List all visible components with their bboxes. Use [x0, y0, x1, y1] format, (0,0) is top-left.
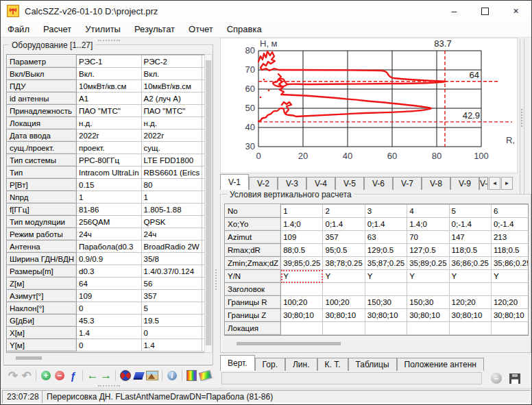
grid-cell[interactable]: 150;30 — [407, 296, 449, 309]
grid-cell[interactable] — [491, 322, 529, 335]
grid-cell[interactable]: 80 — [141, 179, 202, 191]
grid-cell[interactable]: 24ч — [141, 228, 202, 241]
grid-cell[interactable]: 357 — [141, 290, 202, 302]
grid-cell[interactable]: ПАО "МТС" — [141, 105, 202, 117]
grid-cell[interactable]: 0;-1.4 — [449, 218, 491, 231]
compass-button[interactable] — [119, 369, 132, 383]
v-tab-v-4[interactable]: V-4 — [306, 177, 335, 190]
grid-cell[interactable] — [281, 283, 323, 296]
grid-cell[interactable]: 357 — [323, 231, 365, 244]
v-tab-v-6[interactable]: V-6 — [364, 177, 393, 190]
calc-hscroll-thumb[interactable] — [237, 342, 341, 345]
grid-cell[interactable]: Y — [365, 270, 407, 283]
grid-cell[interactable] — [407, 283, 449, 296]
bottom-tab-4[interactable]: Таблицы — [348, 358, 397, 371]
bottom-tab-3[interactable]: К. Т. — [317, 358, 348, 371]
grid-cell[interactable]: BroadRadio 2W — [141, 241, 202, 253]
grid-cell[interactable]: Y — [323, 270, 365, 283]
grid-cell[interactable]: LTE FDD1800 — [141, 154, 202, 167]
grid-cell[interactable]: 35/8 — [141, 253, 202, 265]
equipment-hscroll-thumb[interactable] — [16, 356, 42, 360]
grid-cell[interactable]: 1.805-1.88 — [141, 204, 202, 216]
grid-cell[interactable]: 256QAM — [76, 216, 141, 228]
v-tab-v-7[interactable]: V-7 — [393, 177, 422, 190]
dock-grip[interactable] — [98, 40, 120, 43]
grid-cell[interactable]: 1 — [141, 191, 202, 204]
grid-cell[interactable]: Intracom UltraLin — [76, 167, 141, 179]
bottom-tab-0[interactable]: Верт. — [220, 355, 255, 371]
grid-cell[interactable] — [281, 322, 323, 335]
grid-cell[interactable]: d0.3 — [76, 265, 141, 278]
info-button[interactable]: i — [165, 369, 179, 383]
menu-item-2[interactable]: Утилиты — [78, 23, 128, 36]
grid-cell[interactable]: 118;0.5 — [491, 244, 529, 257]
grid-cell[interactable]: 95;0.5 — [323, 244, 365, 257]
grid-cell[interactable]: 0;-1.4 — [491, 218, 529, 231]
arrow-right-button[interactable]: → — [99, 369, 113, 383]
grid-cell[interactable]: 1 — [76, 191, 141, 204]
grid-cell[interactable]: 213 — [491, 231, 529, 244]
grid-cell[interactable] — [365, 322, 407, 335]
bottom-tab-5[interactable]: Положение антенн — [397, 358, 484, 371]
grid-cell[interactable]: 39;85;0.25 — [281, 257, 323, 270]
grid-cell[interactable]: 0 — [141, 327, 202, 339]
grid-cell[interactable]: 35;87;0.25 — [365, 257, 407, 270]
grid-cell[interactable]: Вкл. — [141, 68, 202, 80]
grid-cell[interactable]: 118;0.5 — [449, 244, 491, 257]
grid-cell[interactable]: 109 — [76, 290, 141, 302]
grid-cell[interactable]: 100;20 — [323, 296, 365, 309]
palette-button[interactable] — [185, 369, 199, 383]
terrain-button[interactable] — [146, 369, 160, 383]
menu-item-1[interactable]: Расчет — [36, 23, 78, 36]
tab-scroll-left-icon[interactable]: ◄ — [489, 177, 500, 190]
grid-cell[interactable]: 1.4;0 — [281, 218, 323, 231]
grid-cell[interactable]: 70 — [407, 231, 449, 244]
grid-cell[interactable]: 30;80;10 — [491, 309, 529, 322]
grid-cell[interactable]: QPSK — [141, 216, 202, 228]
grid-cell[interactable] — [491, 283, 529, 296]
menu-item-3[interactable]: Результат — [128, 23, 182, 36]
bottom-tab-2[interactable]: Лин. — [285, 358, 317, 371]
equipment-vscrollbar[interactable] — [204, 54, 213, 353]
grid-cell[interactable]: 127;0.5 — [407, 244, 449, 257]
grid-cell[interactable]: 120;20 — [491, 296, 529, 309]
menu-item-0[interactable]: Файл — [1, 23, 36, 36]
v-tab-v-9[interactable]: V-9 — [450, 177, 479, 190]
function-button[interactable]: ƒ — [66, 369, 80, 383]
grid-header-cell[interactable]: 1 — [281, 205, 323, 218]
grid-cell[interactable]: Вкл. — [76, 68, 141, 80]
save-button[interactable] — [507, 371, 522, 385]
grid-cell[interactable]: Y — [281, 270, 323, 283]
v-tab-v-8[interactable]: V-8 — [422, 177, 450, 190]
eraser-button[interactable] — [198, 369, 212, 383]
grid-cell[interactable] — [323, 283, 365, 296]
equipment-vscroll-thumb[interactable] — [206, 60, 211, 345]
grid-cell[interactable]: 0.9/0.9 — [76, 253, 141, 265]
tab-scroll-right-icon[interactable]: ► — [501, 177, 513, 190]
grid-cell[interactable]: 129;0.5 — [365, 244, 407, 257]
maximize-button[interactable] — [470, 1, 500, 21]
grid-cell[interactable]: сущ. — [141, 142, 202, 154]
grid-cell[interactable]: 1.4 — [141, 339, 202, 352]
grid-cell[interactable]: Y — [491, 270, 529, 283]
grid-cell[interactable]: 100;20 — [281, 296, 323, 309]
grid-cell[interactable]: 120;20 — [449, 296, 491, 309]
stop-button[interactable]: – — [489, 371, 504, 385]
grid-header-cell[interactable]: РЭС-2 — [141, 56, 202, 68]
grid-cell[interactable]: 24ч — [76, 228, 141, 241]
grid-cell[interactable]: 64 — [76, 278, 141, 290]
grid-cell[interactable]: проект. — [76, 142, 141, 154]
grid-cell[interactable]: 88;0.5 — [281, 244, 323, 257]
grid-cell[interactable]: А2 (луч А) — [141, 93, 202, 105]
v-tab-v-3[interactable]: V-3 — [278, 177, 306, 190]
grid-cell[interactable]: 81-86 — [76, 204, 141, 216]
v-tab-v-5[interactable]: V-5 — [335, 177, 364, 190]
grid-cell[interactable]: 2022г — [76, 130, 141, 142]
remove-button[interactable]: − — [53, 369, 66, 383]
grid-cell[interactable]: 1.4 — [76, 327, 141, 339]
grid-cell[interactable]: 35;86;0.25 — [491, 257, 529, 270]
grid-cell[interactable]: 30;80;10 — [323, 309, 365, 322]
v-tab-v-2[interactable]: V-2 — [249, 177, 278, 190]
menu-item-4[interactable]: Отчет — [182, 23, 220, 36]
v-tab-v-10[interactable]: V-10 — [479, 177, 488, 190]
